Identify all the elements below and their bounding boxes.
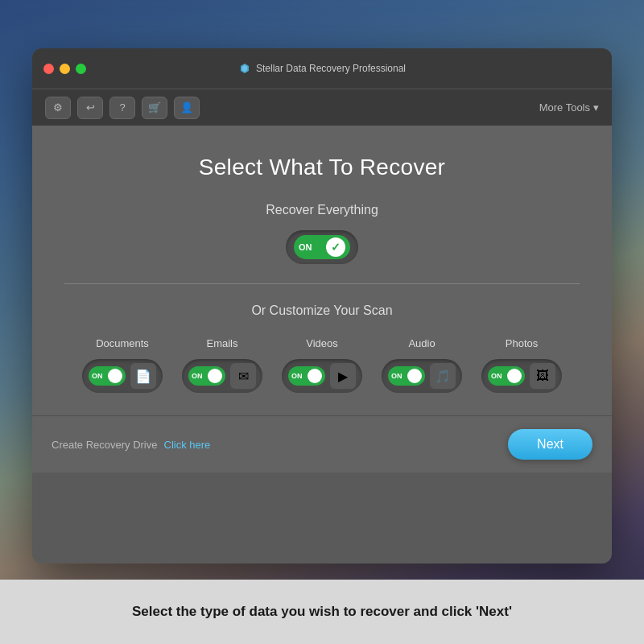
category-documents: Documents ON 📄 xyxy=(82,337,163,393)
documents-toggle[interactable]: ON xyxy=(89,366,126,386)
account-button[interactable]: 👤 xyxy=(174,97,200,119)
category-photos-label: Photos xyxy=(506,337,538,349)
emails-toggle[interactable]: ON xyxy=(188,366,225,386)
emails-icon: ✉ xyxy=(230,363,256,389)
photos-toggle[interactable]: ON xyxy=(488,366,525,386)
photo-on-text: ON xyxy=(491,372,502,380)
click-here-link[interactable]: Click here xyxy=(164,439,211,451)
dropdown-icon: ▾ xyxy=(593,101,599,114)
instruction-bar: Select the type of data you wish to reco… xyxy=(0,580,644,644)
category-emails: Emails ON ✉ xyxy=(182,337,262,393)
email-thumb xyxy=(208,369,222,383)
category-audio: Audio ON 🎵 xyxy=(382,337,462,393)
toggle-on-text: ON xyxy=(299,242,312,252)
customize-label: Or Customize Your Scan xyxy=(251,303,392,318)
next-button[interactable]: Next xyxy=(508,429,592,460)
recover-everything-section: Recover Everything ON ✓ xyxy=(64,203,580,284)
maximize-button[interactable] xyxy=(76,64,86,74)
main-content: Select What To Recover Recover Everythin… xyxy=(32,126,612,415)
cart-button[interactable]: 🛒 xyxy=(142,97,167,119)
recover-everything-label: Recover Everything xyxy=(266,203,378,217)
videos-toggle-container: ON ▶ xyxy=(282,359,362,393)
window-title-area: Stellar Data Recovery Professional xyxy=(238,62,406,75)
toggle-thumb: ✓ xyxy=(326,237,345,257)
photos-toggle-container: ON 🖼 xyxy=(481,359,562,393)
back-button[interactable]: ↩ xyxy=(77,97,103,119)
photos-icon: 🖼 xyxy=(530,363,555,389)
traffic-lights xyxy=(32,64,86,74)
audio-on-text: ON xyxy=(391,372,402,380)
settings-button[interactable]: ⚙ xyxy=(45,97,71,119)
category-videos-label: Videos xyxy=(306,337,338,349)
email-on-text: ON xyxy=(192,372,203,380)
audio-toggle[interactable]: ON xyxy=(388,366,425,386)
audio-icon: 🎵 xyxy=(430,363,456,389)
instruction-text: Select the type of data you wish to reco… xyxy=(132,604,512,620)
minimize-button[interactable] xyxy=(60,64,70,74)
page-title: Select What To Recover xyxy=(199,155,445,180)
window-title: Stellar Data Recovery Professional xyxy=(256,63,406,74)
more-tools-label: More Tools xyxy=(539,101,590,114)
audio-toggle-container: ON 🎵 xyxy=(382,359,462,393)
emails-toggle-container: ON ✉ xyxy=(182,359,262,393)
recover-everything-toggle[interactable]: ON ✓ xyxy=(294,235,350,259)
recover-everything-toggle-container: ON ✓ xyxy=(286,230,358,264)
documents-toggle-container: ON 📄 xyxy=(82,359,163,393)
doc-on-text: ON xyxy=(92,372,103,380)
close-button[interactable] xyxy=(43,64,54,74)
video-thumb xyxy=(308,369,322,383)
category-documents-label: Documents xyxy=(96,337,149,349)
create-recovery-area: Create Recovery Drive Click here xyxy=(52,439,210,451)
title-bar: Stellar Data Recovery Professional xyxy=(32,48,612,89)
audio-thumb xyxy=(407,369,422,383)
app-icon xyxy=(238,62,251,75)
bottom-bar: Create Recovery Drive Click here Next xyxy=(32,415,612,473)
category-row: Documents ON 📄 Emails ON ✉ xyxy=(64,337,580,393)
category-emails-label: Emails xyxy=(206,337,237,349)
doc-thumb xyxy=(108,369,122,383)
video-on-text: ON xyxy=(291,372,303,380)
documents-icon: 📄 xyxy=(130,363,156,389)
create-recovery-label: Create Recovery Drive xyxy=(52,439,158,451)
category-photos: Photos ON 🖼 xyxy=(481,337,562,393)
toolbar: ⚙ ↩ ? 🛒 👤 More Tools ▾ xyxy=(32,89,612,126)
videos-toggle[interactable]: ON xyxy=(288,366,325,386)
app-window: Stellar Data Recovery Professional ⚙ ↩ ?… xyxy=(32,48,612,564)
category-videos: Videos ON ▶ xyxy=(282,337,362,393)
photo-thumb xyxy=(507,369,522,383)
category-audio-label: Audio xyxy=(408,337,435,349)
videos-icon: ▶ xyxy=(330,363,356,389)
help-button[interactable]: ? xyxy=(109,97,135,119)
more-tools-button[interactable]: More Tools ▾ xyxy=(539,101,599,114)
check-icon: ✓ xyxy=(331,241,341,254)
